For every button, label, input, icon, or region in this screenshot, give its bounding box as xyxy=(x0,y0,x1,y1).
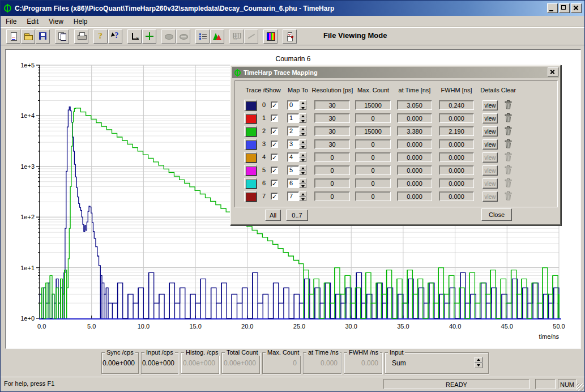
map-to-input[interactable]: 6 xyxy=(287,178,299,188)
spin-up-icon[interactable] xyxy=(299,165,306,171)
view-details-button[interactable]: view xyxy=(482,126,498,137)
trace-color-swatch[interactable] xyxy=(244,139,257,150)
menu-help[interactable]: Help xyxy=(69,16,93,27)
menu-file[interactable]: File xyxy=(1,16,22,27)
spin-down-icon[interactable] xyxy=(299,105,306,110)
map-to-input[interactable]: 4 xyxy=(287,152,299,162)
spin-up-icon[interactable] xyxy=(299,113,306,118)
spin-down-icon[interactable] xyxy=(299,184,306,189)
map-to-spinner[interactable] xyxy=(299,100,306,110)
spin-up-icon[interactable] xyxy=(299,126,306,131)
clear-trace-button[interactable] xyxy=(503,139,513,150)
range-button[interactable]: 0..7 xyxy=(286,210,308,221)
at-time-field: 0.000 xyxy=(397,152,432,162)
spin-up-icon[interactable] xyxy=(475,357,482,363)
dialog-title-bar[interactable]: TimeHarp Trace Mapping xyxy=(232,67,559,78)
close-dialog-button[interactable]: Close xyxy=(481,208,512,221)
resize-grip[interactable] xyxy=(577,384,584,391)
trace-color-swatch[interactable] xyxy=(244,178,257,189)
new-file-button[interactable] xyxy=(6,29,20,44)
dialog-close-icon[interactable] xyxy=(548,67,558,76)
show-checkbox[interactable]: ✓ xyxy=(271,154,278,161)
open-file-button[interactable] xyxy=(21,29,35,44)
spin-down-icon[interactable] xyxy=(299,197,306,202)
map-to-spinner[interactable] xyxy=(299,126,306,136)
trace-color-swatch[interactable] xyxy=(244,126,257,137)
show-checkbox[interactable]: ✓ xyxy=(271,114,278,122)
trace-color xyxy=(246,127,257,137)
map-to-input[interactable]: 0 xyxy=(287,100,299,110)
map-to-spinner[interactable] xyxy=(299,165,306,175)
map-to-input[interactable]: 3 xyxy=(287,139,299,149)
map-to-input[interactable]: 5 xyxy=(287,165,299,175)
map-to-input[interactable]: 7 xyxy=(287,191,299,201)
map-to-input[interactable]: 2 xyxy=(287,126,299,136)
fit-peaks-button[interactable] xyxy=(210,29,224,44)
trace-color-swatch[interactable] xyxy=(244,191,257,202)
clear-trace-button[interactable] xyxy=(503,126,513,137)
map-to-spinner[interactable] xyxy=(299,178,306,188)
context-help-button[interactable] xyxy=(108,29,122,44)
spin-down-icon[interactable] xyxy=(299,118,306,123)
spin-up-icon[interactable] xyxy=(299,100,306,105)
print-button[interactable] xyxy=(74,29,88,44)
clear-trace-button[interactable] xyxy=(503,100,513,110)
show-checkbox[interactable]: ✓ xyxy=(271,140,278,148)
show-checkbox[interactable]: ✓ xyxy=(271,167,278,174)
spin-up-icon[interactable] xyxy=(299,178,306,184)
map-to-spinner[interactable] xyxy=(299,113,306,123)
status-help-text: For help, press F1 xyxy=(4,380,54,387)
spin-down-icon[interactable] xyxy=(299,171,306,176)
measurement-value: 0.000 xyxy=(361,359,378,367)
clear-trace-button xyxy=(503,152,513,163)
save-file-button[interactable] xyxy=(36,29,50,44)
help-button[interactable] xyxy=(93,29,108,44)
show-checkbox[interactable]: ✓ xyxy=(271,101,278,109)
max-count-field: 15000 xyxy=(355,126,391,136)
max-count-field: 0 xyxy=(355,152,391,162)
trace-color-swatch[interactable] xyxy=(244,100,257,111)
crosshair-cursor-button[interactable] xyxy=(142,29,156,44)
spin-down-icon[interactable] xyxy=(299,131,306,137)
menu-edit[interactable]: Edit xyxy=(22,16,44,27)
copy-button[interactable] xyxy=(55,29,69,44)
close-button[interactable] xyxy=(571,3,582,13)
view-details-button[interactable]: view xyxy=(482,100,498,110)
map-to-spinner[interactable] xyxy=(299,152,306,162)
view-details-button[interactable]: view xyxy=(482,113,498,123)
show-checkbox[interactable]: ✓ xyxy=(271,127,278,135)
trace-color-swatch[interactable] xyxy=(244,113,257,124)
input-mode-spinner[interactable] xyxy=(475,357,482,368)
svg-text:1e+3: 1e+3 xyxy=(20,163,35,170)
map-to-spinner[interactable] xyxy=(299,139,306,149)
maximize-button[interactable] xyxy=(559,3,570,13)
minimize-button[interactable] xyxy=(547,3,558,13)
measurement-value: 0.00e+000 xyxy=(224,359,256,367)
spin-up-icon[interactable] xyxy=(299,139,306,144)
spin-up-icon[interactable] xyxy=(299,152,306,157)
color-mapping-button[interactable] xyxy=(263,29,277,44)
trace-color-swatch[interactable] xyxy=(244,152,257,163)
spin-down-icon[interactable] xyxy=(299,157,306,163)
map-to-input[interactable]: 1 xyxy=(287,113,299,123)
spin-down-icon[interactable] xyxy=(475,363,482,368)
menu-bar: File Edit View Help xyxy=(1,16,584,27)
fwhm-field: 2.190 xyxy=(439,126,474,136)
measurement-value: 0 xyxy=(293,359,297,367)
clear-trace-button[interactable] xyxy=(503,113,513,123)
trace-row: 0 ✓ 0 30 15000 3.050 0.240 view xyxy=(235,99,557,112)
axis-settings-button[interactable] xyxy=(127,29,142,44)
display-options-button[interactable] xyxy=(283,29,297,44)
trash-icon xyxy=(505,178,512,188)
spin-up-icon[interactable] xyxy=(299,191,306,197)
trace-color-swatch[interactable] xyxy=(244,165,257,176)
show-checkbox[interactable]: ✓ xyxy=(271,193,278,200)
menu-view[interactable]: View xyxy=(44,16,69,27)
show-checkbox[interactable]: ✓ xyxy=(271,180,278,187)
view-details-button[interactable]: view xyxy=(482,139,498,150)
map-to-spinner[interactable] xyxy=(299,191,306,201)
trace-mapping-button[interactable] xyxy=(195,29,210,44)
all-button[interactable]: All xyxy=(265,210,281,221)
spin-down-icon[interactable] xyxy=(299,144,306,150)
measurement-group: at Time /ns 0.000 xyxy=(303,352,341,374)
